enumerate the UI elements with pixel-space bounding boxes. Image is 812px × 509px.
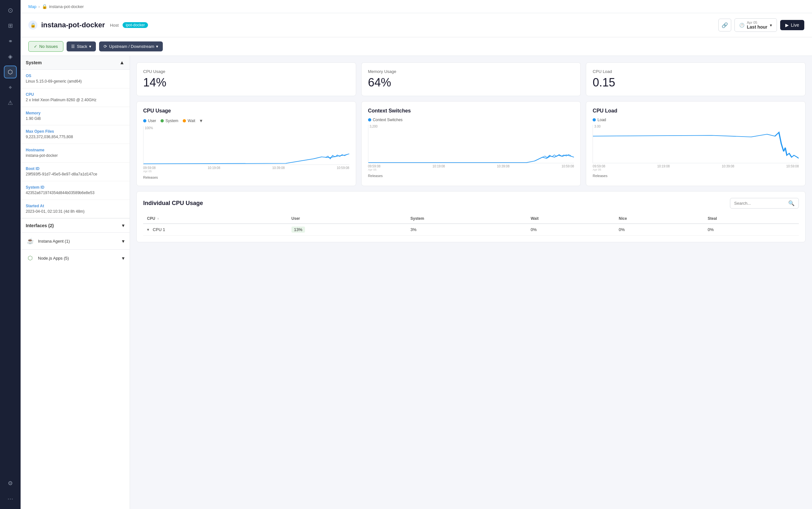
no-issues-button[interactable]: ✓ No Issues	[28, 41, 63, 52]
memory-info: Memory 1.90 GiB	[21, 107, 130, 126]
user-dot	[143, 119, 146, 123]
cpu-load-y-label: 3.00	[594, 125, 600, 128]
cpu-row-steal: 0%	[704, 224, 799, 236]
wait-label: Wait	[188, 118, 195, 123]
search-box[interactable]: 🔍	[730, 198, 799, 209]
cpu-row-user: 13%	[288, 224, 407, 236]
sidebar-item-more[interactable]: ⋯	[4, 492, 17, 505]
upstream-icon: ⟳	[103, 44, 107, 49]
cpu-load-title: CPU Load	[593, 69, 799, 74]
boot-id-info: Boot ID 29f593f5-91d7-45e5-8e97-d8a7a1d1…	[21, 163, 130, 181]
breadcrumb-arrow: ›	[38, 4, 39, 9]
individual-cpu-section: Individual CPU Usage 🔍 CPU ↑ User Sy	[136, 191, 806, 242]
sidebar-item-home[interactable]: ⊙	[4, 4, 17, 17]
max-open-files-value: 9,223,372,036,854,775,808	[26, 134, 125, 140]
cpu-load-x-labels: 09:59:08 10:19:08 10:39:08 10:59:08	[593, 165, 799, 168]
context-switches-x-labels: 09:59:08 10:19:08 10:39:08 10:59:08	[368, 165, 574, 168]
col-nice: Nice	[615, 214, 704, 224]
load-label: Load	[597, 117, 606, 122]
sidebar-item-diamond[interactable]: ◈	[4, 50, 17, 63]
os-value: Linux 5.15.0-69-generic (amd64)	[26, 79, 125, 84]
col-user: User	[288, 214, 407, 224]
context-switches-chart-area: 3,200	[368, 125, 574, 163]
cpu-label: CPU	[26, 92, 125, 97]
expand-icon[interactable]: ▾	[147, 227, 149, 232]
cpu-row-nice: 0%	[615, 224, 704, 236]
wait-dot	[183, 119, 186, 123]
sidebar-item-warning[interactable]: ⚠	[4, 96, 17, 109]
instana-agent-section[interactable]: ☕ Instana Agent (1) ▾	[21, 232, 130, 249]
nodejs-apps-section[interactable]: ⬡ Node.js Apps (5) ▾	[21, 249, 130, 266]
chevron-down-icon: ▾	[770, 23, 772, 28]
hostname-value: instana-pot-docker	[26, 153, 125, 159]
sidebar-item-monitoring[interactable]: ⊞	[4, 19, 17, 32]
left-panel: System ▲ OS Linux 5.15.0-69-generic (amd…	[21, 56, 130, 509]
cpu-load-svg	[593, 125, 799, 163]
legend-wait: Wait	[183, 118, 195, 123]
legend-load: Load	[593, 117, 606, 122]
stack-button[interactable]: ☰ Stack ▾	[67, 41, 96, 52]
stack-icon: ☰	[71, 44, 75, 49]
context-switches-chart-card: Context Switches Context Switches 3,200	[361, 101, 581, 186]
search-input[interactable]	[734, 201, 786, 206]
memory-value: 1.90 GiB	[26, 116, 125, 122]
cpu-row-cpu: ▾ CPU 1	[143, 224, 288, 236]
user-label: User	[148, 118, 156, 123]
upstream-chevron-icon: ▾	[156, 44, 158, 49]
started-at-value: 2023-04-01, 02:10:31 (4d 8h 48m)	[26, 209, 125, 214]
sidebar-item-search[interactable]: ⌖	[4, 81, 17, 94]
no-issues-label: No Issues	[39, 44, 58, 49]
col-cpu[interactable]: CPU ↑	[143, 214, 288, 224]
context-switches-title: Context Switches	[368, 108, 574, 114]
cpu-usage-card: CPU Usage 14%	[136, 62, 356, 96]
individual-cpu-title: Individual CPU Usage	[143, 200, 203, 207]
instana-agent-expand-icon: ▾	[122, 238, 125, 244]
started-at-label: Started At	[26, 204, 125, 208]
search-icon: 🔍	[788, 200, 794, 206]
system-label: System	[165, 118, 178, 123]
upstream-downstream-button[interactable]: ⟳ Upstream / Downstream ▾	[99, 41, 163, 52]
legend-more-icon[interactable]: ▾	[200, 117, 202, 124]
live-label: Live	[791, 23, 799, 28]
sidebar-item-team[interactable]: ⚭	[4, 35, 17, 47]
memory-usage-title: Memory Usage	[368, 69, 574, 74]
legend-user: User	[143, 118, 156, 123]
content-area: System ▲ OS Linux 5.15.0-69-generic (amd…	[21, 56, 812, 509]
cpu-table-body: ▾ CPU 1 13% 3% 0% 0% 0%	[143, 224, 799, 236]
memory-label: Memory	[26, 111, 125, 115]
sidebar-item-settings[interactable]: ⚙	[4, 477, 17, 490]
sidebar: ⊙ ⊞ ⚭ ◈ ⬡ ⌖ ⚠ ⚙ ⋯	[0, 0, 21, 509]
cpu-usage-value: 14%	[143, 76, 349, 89]
page-title-section: 🔒 instana-pot-docker Host ipot-docker	[28, 21, 148, 30]
time-range-button[interactable]: 🕐 Apr 05 Last hour ▾	[735, 18, 777, 32]
host-label: Host	[110, 23, 119, 28]
system-section-header[interactable]: System ▲	[21, 56, 130, 70]
system-title: System	[26, 60, 42, 65]
main-content: Map › 🔒 instana-pot-docker 🔒 instana-pot…	[21, 0, 812, 509]
sidebar-item-layers[interactable]: ⬡	[4, 66, 17, 78]
breadcrumb: Map › 🔒 instana-pot-docker	[28, 4, 84, 9]
interfaces-expand-icon: ▾	[122, 223, 125, 229]
upstream-downstream-label: Upstream / Downstream	[109, 44, 154, 49]
cpu-usage-chart-card: CPU Usage User System Wait	[136, 101, 356, 186]
cpu-table: CPU ↑ User System Wait Nice Steal ▾	[143, 214, 799, 236]
cpu-load-chart-card: CPU Load Load 3.00	[586, 101, 806, 186]
context-switches-label: Context Switches	[373, 117, 403, 122]
breadcrumb-map[interactable]: Map	[28, 4, 36, 9]
cpu-usage-svg	[144, 126, 349, 165]
boot-id-label: Boot ID	[26, 166, 125, 171]
right-panel: CPU Usage 14% Memory Usage 64% CPU Load …	[130, 56, 812, 509]
started-at-info: Started At 2023-04-01, 02:10:31 (4d 8h 4…	[21, 200, 130, 218]
cpu-info: CPU 2 x Intel Xeon Platinum 8260 @ 2.40G…	[21, 88, 130, 107]
link-button[interactable]: 🔗	[718, 19, 731, 32]
context-switches-svg	[368, 125, 574, 163]
charts-row: CPU Usage User System Wait	[136, 101, 806, 186]
instana-agent-label: Instana Agent (1)	[38, 239, 70, 244]
individual-cpu-header: Individual CPU Usage 🔍	[143, 198, 799, 209]
system-collapse-icon: ▲	[119, 60, 125, 66]
interfaces-section[interactable]: Interfaces (2) ▾	[21, 218, 130, 232]
cpu-usage-x-sub: Apr 05	[143, 170, 349, 173]
live-button[interactable]: ▶ Live	[780, 20, 804, 30]
load-dot	[593, 118, 596, 122]
clock-icon: 🕐	[739, 23, 744, 28]
